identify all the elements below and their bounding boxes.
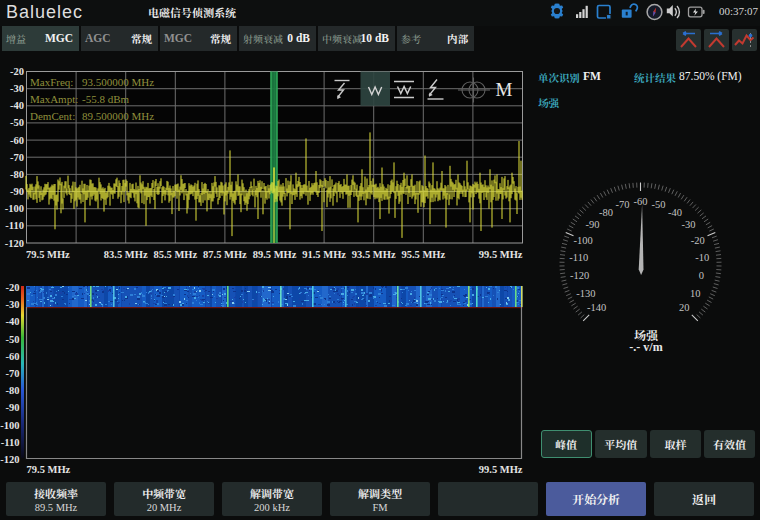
svg-text:-110: -110 [1,437,20,448]
svg-text:87.5 MHz: 87.5 MHz [203,249,247,260]
svg-text:MaxFreq:: MaxFreq: [30,76,73,88]
svg-text:99.5 MHz: 99.5 MHz [479,464,523,475]
svg-text:M: M [496,79,513,100]
svg-text:-50: -50 [6,334,20,345]
svg-text:-30: -30 [6,299,20,310]
svg-text:93.5 MHz: 93.5 MHz [352,249,396,260]
svg-text:-50: -50 [10,117,24,128]
svg-text:-80: -80 [599,207,613,218]
svg-text:-80: -80 [10,169,24,180]
svg-text:-30: -30 [681,219,695,230]
svg-text:-55.8 dBm: -55.8 dBm [82,93,130,105]
svg-text:-110: -110 [5,220,24,231]
svg-text:99.5 MHz: 99.5 MHz [479,249,523,260]
svg-text:-10: -10 [695,252,709,263]
svg-text:83.5 MHz: 83.5 MHz [104,249,148,260]
svg-text:93.500000 MHz: 93.500000 MHz [82,76,154,88]
svg-text:-100: -100 [0,420,19,431]
svg-text:-90: -90 [10,186,24,197]
svg-text:-120: -120 [0,454,19,465]
svg-text:-20: -20 [6,282,20,293]
svg-text:DemCent:: DemCent: [30,110,75,122]
svg-text:-70: -70 [6,368,20,379]
svg-text:-70: -70 [10,152,24,163]
svg-text:-20: -20 [10,66,24,77]
svg-text:-80: -80 [6,385,20,396]
svg-text:-70: -70 [616,199,630,210]
svg-text:-130: -130 [576,288,595,299]
svg-text:-60: -60 [6,351,20,362]
svg-text:-90: -90 [6,402,20,413]
svg-text:79.5 MHz: 79.5 MHz [27,464,71,475]
svg-text:20: 20 [679,302,690,313]
svg-text:-60: -60 [634,196,648,207]
svg-text:-100: -100 [574,235,593,246]
svg-text:0: 0 [699,270,704,281]
svg-text:91.5 MHz: 91.5 MHz [302,249,346,260]
svg-text:89.5 MHz: 89.5 MHz [253,249,297,260]
svg-text:-30: -30 [10,83,24,94]
svg-text:-110: -110 [569,252,588,263]
svg-text:79.5 MHz: 79.5 MHz [26,249,70,260]
svg-text:-140: -140 [587,302,606,313]
svg-text:85.5 MHz: 85.5 MHz [153,249,197,260]
svg-text:-50: -50 [652,199,666,210]
svg-text:-120: -120 [570,270,589,281]
svg-text:MaxAmpt:: MaxAmpt: [30,93,78,105]
svg-text:95.5 MHz: 95.5 MHz [401,249,445,260]
svg-text:10: 10 [690,288,701,299]
svg-text:-100: -100 [5,203,24,214]
svg-text:-120: -120 [5,238,24,249]
svg-text:-20: -20 [691,235,705,246]
svg-text:-40: -40 [10,100,24,111]
svg-text:-40: -40 [6,316,20,327]
svg-text:-90: -90 [586,219,600,230]
svg-text:89.500000 MHz: 89.500000 MHz [82,110,154,122]
svg-text:00:37:07: 00:37:07 [719,5,759,17]
svg-text:-40: -40 [668,207,682,218]
svg-text:-60: -60 [10,135,24,146]
